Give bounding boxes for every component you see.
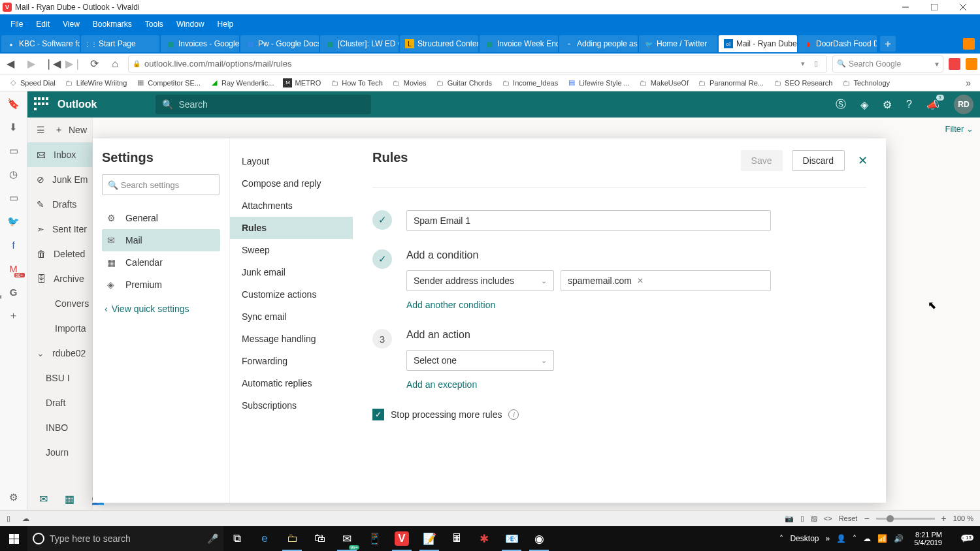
subfolder[interactable]: INBO: [27, 415, 92, 440]
sub-forwarding[interactable]: Forwarding: [230, 350, 353, 372]
people-icon[interactable]: 👤: [836, 534, 846, 543]
action-center-icon[interactable]: 💬13: [953, 534, 977, 543]
subfolder[interactable]: BSU I: [27, 366, 92, 390]
home-button[interactable]: ⌂: [107, 56, 123, 72]
volume-icon[interactable]: 🔊: [894, 534, 904, 543]
fast-forward-button[interactable]: ▶❘: [65, 56, 81, 72]
panel-settings-icon[interactable]: ⚙: [7, 490, 21, 505]
tab-10[interactable]: ◗DoorDash Food D: [798, 35, 877, 52]
twitter-panel-icon[interactable]: 🐦: [7, 214, 21, 228]
mail-app-icon[interactable]: ✉99+: [333, 526, 361, 551]
tab-5[interactable]: LStructured Conten: [400, 35, 478, 52]
sub-sync[interactable]: Sync email: [230, 306, 353, 328]
folder-important[interactable]: Importa: [27, 316, 92, 341]
menu-file[interactable]: File: [4, 14, 29, 34]
megaphone-icon[interactable]: 📣3: [926, 99, 939, 111]
gmail-panel-icon[interactable]: M60+: [7, 261, 21, 276]
folder-archive[interactable]: 🗄Archive: [27, 266, 92, 291]
downloads-panel-icon[interactable]: ⬇: [7, 120, 21, 134]
facebook-panel-icon[interactable]: f: [7, 238, 21, 252]
trash-icon[interactable]: [963, 38, 975, 50]
chrome-icon[interactable]: ◉: [525, 526, 553, 551]
reader-icon[interactable]: ▯: [809, 59, 823, 68]
save-button[interactable]: Save: [741, 150, 783, 171]
sub-attachments[interactable]: Attachments: [230, 195, 353, 217]
notes-panel-icon[interactable]: ▭: [7, 144, 21, 158]
menu-help[interactable]: Help: [211, 14, 240, 34]
store-icon[interactable]: 🛍: [306, 526, 333, 551]
app-launcher-icon[interactable]: [34, 97, 48, 112]
mail-module-icon[interactable]: ✉: [39, 493, 48, 505]
bookmark-item[interactable]: ◇Speed Dial: [4, 78, 60, 87]
folder-inbox[interactable]: 🖂Inbox: [27, 142, 92, 167]
overflow-icon[interactable]: »: [825, 534, 830, 543]
notepad-icon[interactable]: 📝: [416, 526, 443, 551]
devtools-icon[interactable]: <>: [824, 514, 832, 522]
bookmark-item[interactable]: ▦Competitor SE...: [131, 78, 205, 87]
bookmark-item[interactable]: 🗀Guitar Chords: [431, 78, 497, 87]
menu-bookmarks[interactable]: Bookmarks: [86, 14, 139, 34]
clock[interactable]: 8:21 PM 5/4/2019: [910, 531, 946, 546]
stop-processing-checkbox[interactable]: ✓: [372, 409, 384, 420]
zoom-out[interactable]: −: [864, 513, 869, 524]
edge-icon[interactable]: e: [251, 526, 278, 551]
rule-name-input[interactable]: [406, 210, 771, 231]
add-exception-link[interactable]: Add an exception: [406, 379, 477, 390]
history-panel-icon[interactable]: ◷: [7, 167, 21, 181]
show-hidden-icon[interactable]: ˄: [779, 534, 783, 543]
bookmark-item[interactable]: 🗀LifeWire Wriitng: [60, 78, 131, 87]
explorer-icon[interactable]: 🗀: [278, 526, 306, 551]
tab-1[interactable]: ⋮⋮Start Page: [81, 35, 159, 52]
bookmarks-panel-icon[interactable]: 🔖: [7, 97, 21, 111]
bookmark-item[interactable]: 🗀Technology: [837, 78, 894, 87]
extension-icon[interactable]: [949, 58, 960, 70]
window-panel-icon[interactable]: ▭: [7, 191, 21, 205]
bookmark-item[interactable]: ▤Lifewire Style ...: [563, 78, 634, 87]
folder-sent[interactable]: ➣Sent Iter: [27, 217, 92, 242]
sub-compose[interactable]: Compose and reply: [230, 172, 353, 195]
view-quick-settings-link[interactable]: ‹View quick settings: [102, 304, 220, 314]
forward-button[interactable]: ▶: [24, 56, 39, 72]
add-another-condition-link[interactable]: Add another condition: [406, 300, 495, 310]
discard-button[interactable]: Discard: [792, 150, 845, 171]
tab-7[interactable]: ▫Adding people as: [559, 35, 638, 52]
help-icon[interactable]: ?: [906, 99, 912, 110]
sub-sweep[interactable]: Sweep: [230, 239, 353, 261]
tab-4[interactable]: ▦[Cluster]: LW ED O: [320, 35, 399, 52]
reload-button[interactable]: ⟳: [86, 56, 102, 72]
info-icon[interactable]: i: [508, 409, 519, 420]
tab-3[interactable]: ▤Pw - Google Docs: [240, 35, 319, 52]
search-box[interactable]: 🔍 Search Google ▾: [832, 55, 943, 72]
chevron-down-icon[interactable]: ⌄: [37, 348, 44, 358]
sub-autoreply[interactable]: Automatic replies: [230, 372, 353, 394]
folder-deleted[interactable]: 🗑Deleted: [27, 242, 92, 266]
zoom-in[interactable]: +: [941, 513, 947, 524]
status-icon[interactable]: ▯: [7, 514, 17, 523]
reset-zoom[interactable]: Reset: [839, 514, 858, 522]
tab-0[interactable]: ⬥KBC - Software fo: [1, 35, 80, 52]
mic-icon[interactable]: 🎤: [207, 533, 218, 544]
calculator-icon[interactable]: 🖩: [443, 526, 470, 551]
bookmark-item[interactable]: ◢Ray Wenderlic...: [205, 78, 279, 87]
cloud-icon[interactable]: ☁: [22, 514, 29, 523]
cortana-search[interactable]: Type here to search 🎤: [27, 526, 223, 551]
extension-icon[interactable]: [966, 58, 977, 70]
condition-select[interactable]: Sender address includes⌄: [406, 270, 554, 291]
tile-icon[interactable]: ▯: [800, 514, 804, 523]
menu-tools[interactable]: Tools: [139, 14, 170, 34]
tab-2[interactable]: ▦Invoices - Google: [161, 35, 239, 52]
new-tab-button[interactable]: ＋: [880, 36, 896, 52]
sub-junk[interactable]: Junk email: [230, 261, 353, 283]
wifi-icon[interactable]: 📶: [877, 534, 887, 543]
condition-value-input[interactable]: spamemail.com✕: [561, 270, 771, 291]
remove-tag-icon[interactable]: ✕: [637, 276, 644, 285]
tab-6[interactable]: ▦Invoice Week Endi: [480, 35, 558, 52]
onedrive-icon[interactable]: ☁: [863, 534, 871, 543]
avatar[interactable]: RD: [954, 95, 973, 114]
tab-9[interactable]: o⃞Mail - Ryan Dube: [719, 35, 797, 52]
sub-layout[interactable]: Layout: [230, 150, 353, 172]
settings-icon[interactable]: ⚙: [883, 99, 892, 111]
outlook-taskbar-icon[interactable]: 📧: [498, 526, 525, 551]
desktop-toolbar[interactable]: Desktop: [790, 534, 819, 543]
cat-calendar[interactable]: ▦Calendar: [102, 251, 220, 274]
